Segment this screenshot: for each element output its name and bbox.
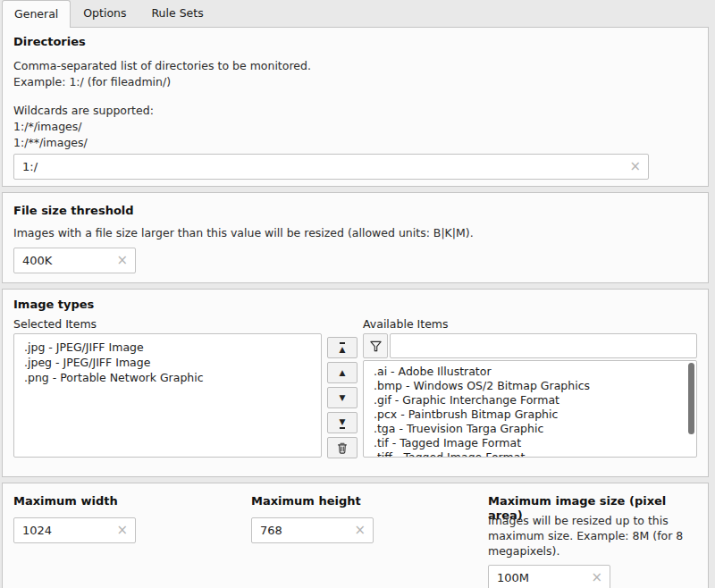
selected-item-option[interactable]: .jpeg - JPEG/JIFF Image [14, 355, 321, 370]
max-height-label: Maximum height [251, 494, 488, 508]
tab-options[interactable]: Options [71, 0, 139, 27]
tab-general[interactable]: General [2, 0, 71, 28]
max-image-size-description: Images will be resized up to this maximu… [488, 513, 697, 559]
move-to-bottom-icon: ▼ [340, 417, 346, 429]
move-up-icon: ▲ [340, 368, 346, 377]
selected-items-label: Selected Items [13, 317, 322, 332]
available-item-option[interactable]: .gif - Graphic Interchange Format [364, 393, 696, 407]
available-item-option[interactable]: .ai - Adobe Illustrator [364, 365, 696, 379]
directories-input-value: 1:/ [14, 155, 648, 179]
image-types-title: Image types [13, 298, 697, 312]
available-items-list[interactable]: .ai - Adobe Illustrator.bmp - Windows OS… [363, 360, 697, 458]
section-dimensions: Maximum width 1024 × Maximum height 768 … [2, 483, 709, 588]
directories-desc-line2: Example: 1:/ (for fileadmin/) [13, 74, 697, 90]
max-height-input[interactable]: 768 × [251, 517, 374, 543]
max-width-label: Maximum width [13, 494, 251, 508]
trash-icon [336, 441, 349, 454]
max-width-input[interactable]: 1024 × [13, 517, 136, 543]
wildcard-example-1: 1:/*/images/ [13, 119, 697, 135]
directories-desc-line1: Comma-separated list of directories to b… [13, 58, 697, 74]
wildcards-label: Wildcards are supported: [13, 103, 697, 119]
directories-input[interactable]: 1:/ × [13, 154, 649, 180]
available-item-option[interactable]: .tga - Truevision Targa Graphic [364, 422, 696, 436]
directories-title: Directories [13, 35, 697, 49]
move-down-icon: ▼ [340, 393, 346, 402]
selected-items-list[interactable]: .jpg - JPEG/JIFF Image.jpeg - JPEG/JIFF … [13, 333, 322, 458]
funnel-icon [369, 340, 383, 353]
available-item-option[interactable]: .pcx - Paintbrush Bitmap Graphic [364, 407, 696, 422]
file-size-description: Images with a file size larger than this… [13, 225, 697, 241]
directories-description: Comma-separated list of directories to b… [13, 58, 697, 90]
available-item-option[interactable]: .tif - Tagged Image Format [364, 436, 696, 450]
selected-item-option[interactable]: .jpg - JPEG/JIFF Image [14, 340, 321, 355]
file-size-input[interactable]: 400K × [13, 248, 136, 273]
available-items-label: Available Items [363, 317, 697, 332]
selected-item-option[interactable]: .png - Portable Network Graphic [14, 370, 321, 385]
remove-item-button[interactable] [327, 437, 358, 458]
section-directories: Directories Comma-separated list of dire… [2, 27, 709, 187]
tab-bar: General Options Rule Sets [0, 0, 715, 27]
file-size-title: File size threshold [13, 204, 697, 218]
filter-input[interactable] [390, 333, 697, 358]
section-image-types: Image types Selected Items .jpg - JPEG/J… [2, 289, 709, 477]
list-controls: ▲ ▲ ▼ ▼ [327, 317, 358, 462]
available-item-option[interactable]: .tiff - Tagged Image Format [364, 450, 696, 458]
section-file-size-threshold: File size threshold Images with a file s… [2, 192, 709, 283]
move-up-button[interactable]: ▲ [327, 362, 358, 383]
move-to-top-button[interactable]: ▲ [327, 337, 358, 358]
available-list-scrollbar[interactable] [688, 363, 694, 434]
max-image-size-label: Maximum image size (pixel area) [488, 494, 697, 508]
move-to-top-icon: ▲ [340, 342, 346, 354]
move-to-bottom-button[interactable]: ▼ [327, 412, 358, 433]
filter-button[interactable] [363, 333, 388, 358]
clear-icon[interactable]: × [591, 566, 602, 588]
tab-rule-sets[interactable]: Rule Sets [139, 0, 216, 27]
directories-wildcards: Wildcards are supported: 1:/*/images/ 1:… [13, 103, 697, 151]
clear-icon[interactable]: × [354, 518, 366, 542]
clear-icon[interactable]: × [116, 518, 128, 542]
clear-icon[interactable]: × [629, 155, 641, 179]
move-down-button[interactable]: ▼ [327, 387, 358, 408]
wildcard-example-2: 1:/**/images/ [13, 135, 697, 151]
max-image-size-input[interactable]: 100M × [488, 565, 610, 588]
available-item-option[interactable]: .bmp - Windows OS/2 Bitmap Graphics [364, 379, 696, 393]
clear-icon[interactable]: × [116, 248, 128, 273]
